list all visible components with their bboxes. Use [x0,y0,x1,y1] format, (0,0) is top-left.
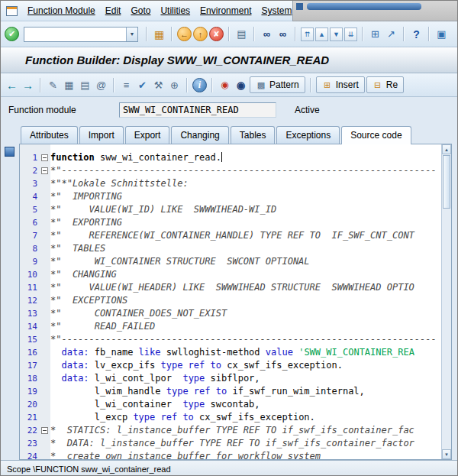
window-menu-icon[interactable] [6,6,18,16]
code-line-4[interactable]: 4*" IMPORTING [20,190,441,203]
command-history-icon[interactable] [126,28,137,41]
navigation-panel-icon[interactable] [5,147,15,157]
test-icon[interactable]: ⚒ [151,78,166,92]
code-line-13[interactable]: 13*" CONTAINER_DOES_NOT_EXIST [20,307,441,320]
status-bar: Scope \FUNCTION sww_wi_container_read [1,460,457,476]
command-input[interactable] [24,28,126,41]
fold-collapse-icon[interactable] [40,424,50,437]
code-line-18[interactable]: 18 data: l_wi_cont_lpor type sibflpor, [20,372,441,385]
code-line-19[interactable]: 19 l_wim_handle type ref to if_swf_run_w… [20,385,441,398]
code-line-14[interactable]: 14*" READ_FAILED [20,320,441,333]
code-text: data: lv_excp_ifs type ref to cx_swf_ifs… [50,359,441,372]
tab-import[interactable]: Import [79,126,124,144]
tab-export[interactable]: Export [125,126,170,144]
line-number: 5 [20,203,40,216]
nav-back-icon[interactable]: ← [5,78,19,92]
code-line-21[interactable]: 21 l_excp type ref to cx_swf_ifs_excepti… [20,411,441,424]
code-token: *"--------------------------------------… [50,334,437,345]
code-line-17[interactable]: 17 data: lv_excp_ifs type ref to cx_swf_… [20,359,441,372]
scroll-up-icon[interactable] [442,144,451,154]
menu-function-module[interactable]: Function Module [27,5,95,16]
print-icon[interactable]: ▤ [234,27,249,41]
info-icon[interactable]: i [192,78,207,92]
help-icon[interactable]: ? [409,27,424,41]
line-number: 4 [20,190,40,203]
back-icon[interactable]: ← [177,27,192,41]
find-icon[interactable]: ∞ [260,27,274,41]
code-line-16[interactable]: 16 data: fb_name like swlloghist-method … [20,346,441,359]
cancel-icon[interactable]: ✘ [209,27,224,41]
code-line-1[interactable]: 1function sww_wi_container_read. [20,151,441,164]
display-change-icon[interactable]: ✎ [46,78,60,92]
customize-layout-icon[interactable]: ▣ [434,27,449,41]
replace-button[interactable]: ⊟Re [366,76,404,93]
code-line-2[interactable]: 2*"-------------------------------------… [20,164,441,177]
save-icon[interactable]: ▦ [152,27,166,41]
code-text: *" EXPORTING [50,216,441,229]
menu-system[interactable]: System [261,5,292,16]
code-line-7[interactable]: 7*" REFERENCE(WI_CONTAINER_HANDLE) TYPE … [20,229,441,242]
exit-icon[interactable]: ↑ [193,27,208,41]
menu-goto[interactable]: Goto [131,5,150,16]
previous-page-icon[interactable]: ▲ [315,28,328,41]
last-page-icon[interactable]: ⇊ [344,28,357,41]
code-line-12[interactable]: 12*" EXCEPTIONS [20,294,441,307]
shortcut-icon[interactable]: ↗ [384,27,398,41]
tab-attributes[interactable]: Attributes [21,126,78,144]
code-line-22[interactable]: 22* STATICS: l_instance_buffer TYPE REF … [20,424,441,437]
insert-button[interactable]: ⊞Insert [316,76,365,93]
enter-icon[interactable]: ✔ [5,27,19,41]
first-page-icon[interactable]: ⇈ [301,28,314,41]
command-field [24,27,138,42]
code-line-23[interactable]: 23* DATA: l_instance_buffer TYPE REF TO … [20,437,441,450]
breakpoint-icon[interactable]: ◉ [218,78,232,92]
code-line-10[interactable]: 10*" CHANGING [20,268,441,281]
check-icon[interactable]: ✔ [135,78,150,92]
scrollbar-thumb[interactable] [443,155,450,209]
line-number: 17 [20,359,40,372]
scroll-down-icon[interactable] [442,449,451,459]
find-next-icon[interactable]: ∞ [276,27,290,41]
toolbar-separator [428,27,430,41]
watchpoint-icon[interactable]: ◉ [234,78,248,92]
code-text: *" IMPORTING [50,190,441,203]
text-cursor [221,152,222,162]
editor-scrollbar[interactable] [441,144,451,459]
code-token: value [266,347,293,358]
function-module-field[interactable] [119,102,276,118]
pretty-printer-icon[interactable]: ≡ [119,78,134,92]
menu-edit[interactable]: Edit [105,5,121,16]
code-area[interactable]: 1function sww_wi_container_read.2*"-----… [20,144,441,459]
pattern-button[interactable]: ▩Pattern [250,76,305,93]
code-text: *" EXCEPTIONS [50,294,441,307]
tab-source-code[interactable]: Source code [341,126,411,144]
where-used-icon[interactable]: @ [94,78,108,92]
fold-collapse-icon[interactable] [40,164,50,177]
tab-tables[interactable]: Tables [231,126,276,144]
code-text: *" WI_CONTAINER STRUCTURE SWCONT OPTIONA… [50,255,441,268]
sap-gui-window: Function ModuleEditGotoUtilitiesEnvironm… [0,0,458,476]
nav-forward-icon[interactable]: → [21,78,35,92]
fold-gutter [40,177,50,190]
fold-gutter [40,203,50,216]
code-line-24[interactable]: 24* create own instance buffer for workf… [20,450,441,459]
code-line-8[interactable]: 8*" TABLES [20,242,441,255]
code-line-9[interactable]: 9*" WI_CONTAINER STRUCTURE SWCONT OPTION… [20,255,441,268]
object-list-icon[interactable]: ▦ [62,78,76,92]
next-page-icon[interactable]: ▼ [330,28,343,41]
enhancement-icon[interactable]: ⊕ [167,78,182,92]
copy-icon[interactable]: ▤ [78,78,92,92]
fold-collapse-icon[interactable] [40,151,50,164]
tab-exceptions[interactable]: Exceptions [276,126,340,144]
code-line-11[interactable]: 11*" VALUE(WI_HEADER) LIKE SWWWIHEAD STR… [20,281,441,294]
code-line-15[interactable]: 15*"------------------------------------… [20,333,441,346]
pattern-icon: ▩ [256,79,266,90]
code-line-6[interactable]: 6*" EXPORTING [20,216,441,229]
tab-changing[interactable]: Changing [171,126,228,144]
menu-environment[interactable]: Environment [200,5,251,16]
code-line-3[interactable]: 3*"*"Lokale Schnittstelle: [20,177,441,190]
menu-utilities[interactable]: Utilities [160,5,190,16]
new-session-icon[interactable]: ⊞ [368,27,382,41]
code-line-20[interactable]: 20 l_wi_container type swcontab, [20,398,441,411]
code-line-5[interactable]: 5*" VALUE(WI_ID) LIKE SWWWIHEAD-WI_ID [20,203,441,216]
